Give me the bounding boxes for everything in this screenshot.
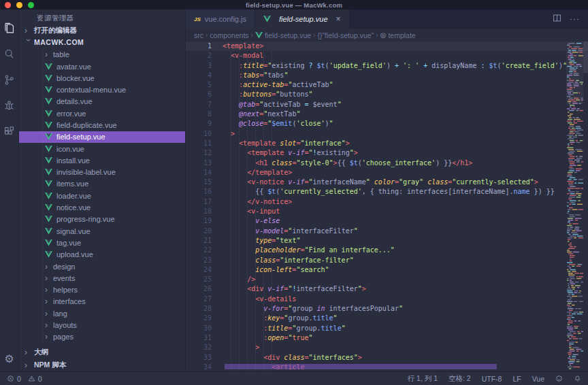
breadcrumb-item[interactable]: field-setup.vue (255, 31, 311, 39)
tree-item[interactable]: error.vue (19, 107, 185, 119)
notifications-bell-icon[interactable] (574, 375, 581, 382)
code-line[interactable]: 11 <template slot="interface"> (186, 139, 588, 148)
code-line[interactable]: 28 v-for="group in interfacesPopular" (186, 304, 588, 314)
tree-item[interactable]: signal.vue (19, 225, 185, 237)
code-line[interactable]: 21 type="text" (186, 236, 588, 246)
tree-item[interactable]: ›pages (19, 331, 185, 343)
tree-item[interactable]: icon.vue (19, 143, 185, 154)
tree-item[interactable]: upload.vue (19, 249, 185, 261)
code-line[interactable]: 12 <template v-if="!existing"> (186, 148, 588, 158)
code-line[interactable]: 27 <v-details (186, 295, 588, 304)
tree-item[interactable]: ›design (19, 261, 185, 272)
vertical-scrollbar[interactable] (583, 41, 588, 73)
search-icon[interactable] (0, 41, 19, 67)
code-line[interactable]: 10 > (186, 129, 588, 139)
code-line[interactable]: 7 @tab="activeTab = $event" (186, 100, 588, 110)
line-number: 14 (186, 168, 212, 178)
code-line[interactable]: 25 /> (186, 275, 588, 284)
settings-gear-icon[interactable]: ⚙ (0, 347, 19, 370)
horizontal-scrollbar[interactable] (225, 364, 497, 369)
code-line[interactable]: 19 v-else (186, 216, 588, 226)
tree-item[interactable]: install.vue (19, 154, 185, 166)
line-number: 23 (186, 256, 212, 265)
code-line[interactable]: 17 </v-notice> (186, 197, 588, 207)
tree-item[interactable]: field-setup.vue (19, 131, 185, 143)
status-item[interactable]: 空格: 2 (448, 374, 471, 384)
code-line[interactable]: 29 :key="group.title" (186, 314, 588, 323)
minimap[interactable] (566, 41, 583, 371)
status-item[interactable]: Vue (532, 375, 544, 383)
tree-item[interactable]: ›table (19, 49, 185, 61)
tree-item[interactable]: ›interfaces (19, 296, 185, 307)
code-line[interactable]: 15 <v-notice v-if="interfaceName" color=… (186, 178, 588, 187)
tree-item[interactable]: loader.vue (19, 190, 185, 201)
explorer-icon[interactable] (0, 15, 19, 41)
chevron-right-icon: › (45, 310, 52, 317)
code-line[interactable]: 18 <v-input (186, 207, 588, 216)
tree-item[interactable]: ›layouts (19, 319, 185, 331)
code-line[interactable]: 22 placeholder="Find an interface..." (186, 246, 588, 255)
feedback-icon[interactable] (555, 375, 563, 382)
status-item[interactable]: 行 1, 列 1 (408, 374, 438, 384)
workspace-root[interactable]: › MACWK.COM (19, 36, 185, 48)
debug-icon[interactable] (0, 93, 19, 118)
code-line[interactable]: 20 v-model="interfaceFilter" (186, 227, 588, 236)
split-editor-icon[interactable] (553, 13, 561, 25)
code-line[interactable]: 4 :tabs="tabs" (186, 71, 588, 80)
tree-item[interactable]: items.vue (19, 178, 185, 190)
code-line[interactable]: 33 <div class="interfaces"> (186, 353, 588, 363)
more-actions-icon[interactable]: ··· (570, 14, 580, 24)
tree-item[interactable]: notice.vue (19, 201, 185, 213)
sidebar-section[interactable]: ›NPM 脚本 (24, 358, 185, 371)
open-editors-section[interactable]: › 打开的编辑器 (19, 24, 185, 36)
breadcrumb-item[interactable]: ◎template (380, 31, 416, 39)
tree-item[interactable]: tag.vue (19, 237, 185, 248)
code-line[interactable]: 26 <div v-if="!interfaceFilter"> (186, 284, 588, 294)
line-number: 15 (186, 178, 212, 187)
tree-item[interactable]: ›helpers (19, 284, 185, 296)
code-line[interactable]: 13 <h1 class="style-0">{{ $t('choose_int… (186, 158, 588, 168)
close-tab-icon[interactable]: × (336, 14, 341, 24)
code-line[interactable]: 16 {{ $t('currently_selected', { thing: … (186, 187, 588, 197)
code-line[interactable]: 8 @next="nextTab" (186, 110, 588, 119)
line-number: 17 (186, 197, 212, 207)
line-number: 12 (186, 148, 212, 158)
code-line[interactable]: 24 icon-left="search" (186, 265, 588, 275)
tab-vue-config-js[interactable]: JSvue.config.js (186, 10, 255, 29)
code-line[interactable]: 1<template> (186, 41, 588, 51)
code-line[interactable]: 9 @close="$emit('close')" (186, 119, 588, 129)
status-item[interactable]: UTF-8 (482, 375, 502, 383)
code-line[interactable]: 30 :title="group.title" (186, 324, 588, 333)
code-line[interactable]: 32 > (186, 343, 588, 352)
code-line[interactable]: 31 :open="true" (186, 333, 588, 343)
sidebar-section[interactable]: ›大纲 (24, 346, 185, 358)
code-line[interactable]: 23 class="interface-filter" (186, 256, 588, 265)
tree-item[interactable]: ›events (19, 272, 185, 284)
tree-item[interactable]: details.vue (19, 96, 185, 107)
vue-file-icon (45, 157, 52, 164)
warnings-status[interactable]: 0 (28, 375, 42, 383)
extensions-icon[interactable] (0, 118, 19, 144)
status-item[interactable]: LF (512, 375, 521, 383)
code-line[interactable]: 5 :active-tab="activeTab" (186, 80, 588, 90)
breadcrumb-item[interactable]: {}"field-setup.vue" (318, 31, 374, 39)
code-line[interactable]: 14 </template> (186, 168, 588, 178)
tree-item[interactable]: ›lang (19, 307, 185, 319)
breadcrumb-item[interactable]: components (210, 31, 248, 39)
code-line[interactable]: 6 :buttons="buttons" (186, 90, 588, 99)
tree-item[interactable]: avatar.vue (19, 61, 185, 72)
code-line[interactable]: 2 <v-modal (186, 51, 588, 61)
line-number: 24 (186, 265, 212, 275)
code-line[interactable]: 3 :title="existing ? $t('update_field') … (186, 61, 588, 71)
line-number: 34 (186, 363, 212, 371)
tree-item[interactable]: invisible-label.vue (19, 167, 185, 178)
tree-item[interactable]: field-duplicate.vue (19, 119, 185, 131)
code-editor[interactable]: 1<template>2 <v-modal3 :title="existing … (186, 41, 588, 371)
errors-status[interactable]: 0 (7, 375, 21, 383)
tree-item[interactable]: progress-ring.vue (19, 214, 185, 225)
tree-item[interactable]: blocker.vue (19, 72, 185, 84)
tab-field-setup-vue[interactable]: field-setup.vue× (255, 10, 350, 29)
breadcrumb-item[interactable]: src (194, 31, 203, 39)
tree-item[interactable]: contextual-menu.vue (19, 84, 185, 95)
source-control-icon[interactable] (0, 67, 19, 93)
